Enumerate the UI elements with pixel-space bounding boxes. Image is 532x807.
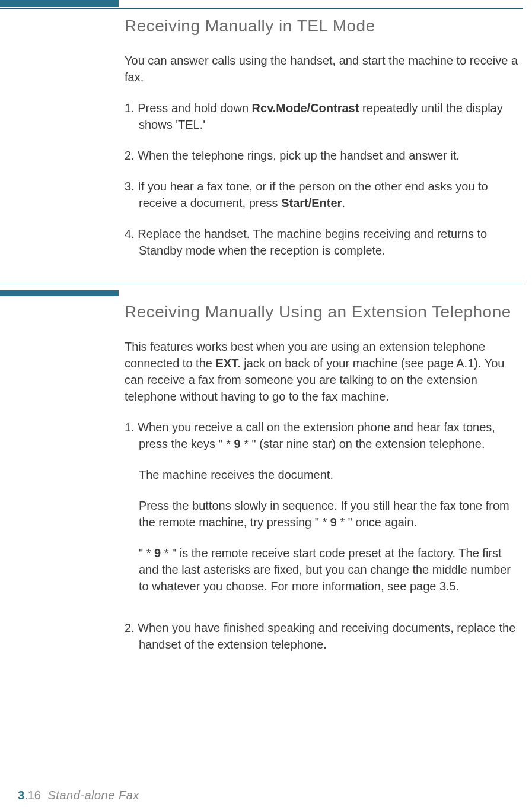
header-rule bbox=[0, 8, 523, 9]
step-1-text-a: 1. Press and hold down bbox=[125, 101, 252, 115]
step-1: 1. Press and hold down Rcv.Mode/Contrast… bbox=[125, 100, 521, 133]
nine-key: 9 bbox=[327, 516, 340, 529]
intro-paragraph-2: This features works best when you are us… bbox=[125, 338, 521, 405]
star-icon: * bbox=[226, 437, 231, 450]
step-1-bold: Rcv.Mode/Contrast bbox=[252, 101, 359, 115]
ext-sub3-a: " bbox=[139, 547, 146, 560]
step-3-text-b: . bbox=[342, 196, 345, 209]
footer-page: .16 bbox=[24, 789, 41, 802]
ext-sub2-b: " once again. bbox=[345, 516, 417, 529]
intro-paragraph: You can answer calls using the handset, … bbox=[125, 52, 521, 85]
nine-key: 9 bbox=[151, 547, 164, 560]
section-tel-mode: Receiving Manually in TEL Mode You can a… bbox=[125, 17, 521, 273]
section-divider bbox=[0, 284, 523, 296]
ext-step-1: 1. When you receive a call on the extens… bbox=[125, 419, 521, 452]
step-4: 4. Replace the handset. The machine begi… bbox=[125, 225, 521, 259]
section-heading: Receiving Manually in TEL Mode bbox=[125, 17, 521, 36]
ext-sub3-b: " is the remote receive start code prese… bbox=[139, 547, 511, 593]
ext-step-2: 2. When you have finished speaking and r… bbox=[125, 619, 521, 653]
header-accent-bar bbox=[0, 0, 119, 7]
step-3: 3. If you hear a fax tone, or if the per… bbox=[125, 178, 521, 211]
page-footer: 3.16 Stand-alone Fax bbox=[18, 789, 139, 802]
ext-sub-3: " * 9 * " is the remote receive start co… bbox=[125, 545, 521, 595]
star-icon: * bbox=[244, 437, 249, 450]
step-2: 2. When the telephone rings, pick up the… bbox=[125, 147, 521, 164]
ext-sub-2: Press the buttons slowly in sequence. If… bbox=[125, 497, 521, 530]
divider-thin-line bbox=[0, 284, 523, 284]
star-icon: * bbox=[164, 547, 169, 560]
step-3-bold: Start/Enter bbox=[281, 196, 342, 209]
ext-sub-1: The machine receives the document. bbox=[125, 466, 521, 483]
section-extension-telephone: Receiving Manually Using an Extension Te… bbox=[125, 303, 521, 667]
ext-step1-b: " (star nine star) on the extension tele… bbox=[249, 437, 485, 450]
divider-accent-bar bbox=[0, 290, 119, 296]
nine-key: 9 bbox=[231, 437, 244, 450]
footer-title: Stand-alone Fax bbox=[48, 789, 139, 802]
footer-chapter: 3 bbox=[18, 789, 24, 802]
section-heading-2: Receiving Manually Using an Extension Te… bbox=[125, 303, 521, 322]
intro2-bold: EXT. bbox=[215, 357, 240, 370]
